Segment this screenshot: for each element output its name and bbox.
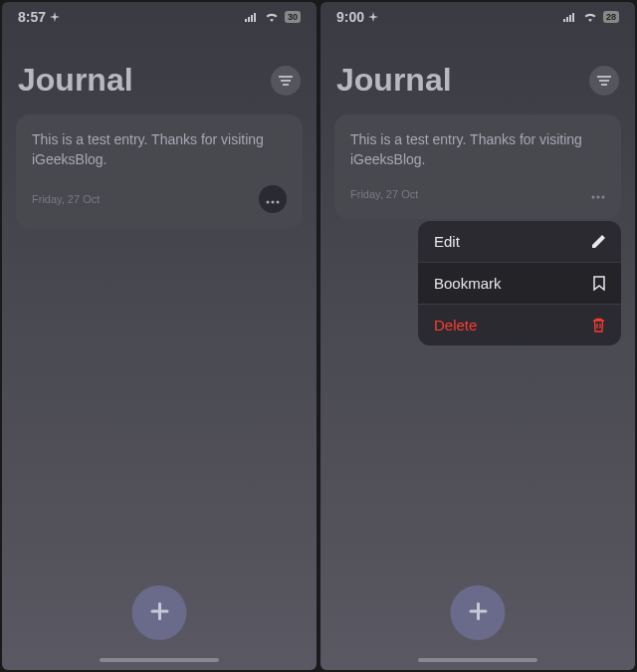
status-bar: 8:57 30 <box>2 2 317 32</box>
svg-point-9 <box>277 201 280 204</box>
svg-rect-2 <box>251 15 253 22</box>
status-time: 9:00 <box>336 9 378 25</box>
svg-rect-11 <box>150 609 168 612</box>
status-bar: 9:00 28 <box>320 2 635 32</box>
entry-text: This is a test entry. Thanks for visitin… <box>350 130 605 169</box>
status-right: 28 <box>563 11 619 23</box>
signal-icon <box>563 12 577 22</box>
svg-rect-18 <box>601 84 607 86</box>
menu-edit[interactable]: Edit <box>418 221 621 263</box>
home-indicator[interactable] <box>100 658 219 662</box>
home-indicator[interactable] <box>418 658 537 662</box>
svg-point-8 <box>272 201 275 204</box>
svg-rect-17 <box>599 80 609 82</box>
entry-footer: Friday, 27 Oct <box>32 185 287 213</box>
menu-delete[interactable]: Delete <box>418 305 621 345</box>
menu-label: Bookmark <box>434 275 502 292</box>
battery-level: 30 <box>285 11 301 23</box>
svg-rect-1 <box>248 17 250 22</box>
journal-entry-card[interactable]: This is a test entry. Thanks for visitin… <box>334 114 621 219</box>
add-entry-button[interactable] <box>451 585 506 640</box>
svg-rect-3 <box>254 13 256 22</box>
entry-text: This is a test entry. Thanks for visitin… <box>32 130 287 169</box>
plus-icon <box>147 599 171 627</box>
filter-icon <box>279 72 293 90</box>
svg-rect-14 <box>569 15 571 22</box>
menu-label: Delete <box>434 317 477 334</box>
location-icon <box>368 12 378 22</box>
wifi-icon <box>583 12 597 22</box>
more-button[interactable] <box>591 185 605 203</box>
svg-rect-16 <box>597 76 611 78</box>
time-text: 9:00 <box>336 9 364 25</box>
svg-point-21 <box>602 196 605 199</box>
entry-date: Friday, 27 Oct <box>32 193 100 205</box>
svg-rect-15 <box>572 13 574 22</box>
phone-screen-right: 9:00 28 Journal This is a test entry. Th… <box>320 2 635 670</box>
pencil-icon <box>591 235 605 249</box>
menu-label: Edit <box>434 233 460 250</box>
trash-icon <box>592 318 605 333</box>
header: Journal <box>320 32 635 114</box>
filter-button[interactable] <box>271 66 301 96</box>
svg-rect-0 <box>245 19 247 22</box>
add-entry-button[interactable] <box>132 585 187 640</box>
svg-rect-4 <box>279 76 293 78</box>
more-icon <box>591 185 605 203</box>
phone-screen-left: 8:57 30 Journal This is a test entry. Th… <box>2 2 317 670</box>
svg-rect-5 <box>281 80 291 82</box>
svg-rect-6 <box>283 84 289 86</box>
battery-level: 28 <box>603 11 619 23</box>
wifi-icon <box>265 12 279 22</box>
menu-bookmark[interactable]: Bookmark <box>418 263 621 305</box>
filter-button[interactable] <box>589 66 619 96</box>
svg-point-19 <box>592 196 595 199</box>
context-menu: Edit Bookmark Delete <box>418 221 621 345</box>
status-right: 30 <box>245 11 301 23</box>
entry-footer: Friday, 27 Oct <box>350 185 605 203</box>
plus-icon <box>466 599 490 627</box>
entry-date: Friday, 27 Oct <box>350 188 418 200</box>
journal-entry-card[interactable]: This is a test entry. Thanks for visitin… <box>16 114 303 229</box>
more-icon <box>266 190 280 208</box>
svg-rect-23 <box>469 609 487 612</box>
svg-point-20 <box>597 196 600 199</box>
svg-point-7 <box>267 201 270 204</box>
header: Journal <box>2 32 317 114</box>
bookmark-icon <box>593 276 605 291</box>
more-button[interactable] <box>259 185 287 213</box>
time-text: 8:57 <box>18 9 46 25</box>
page-title: Journal <box>18 62 133 99</box>
page-title: Journal <box>336 62 452 99</box>
status-time: 8:57 <box>18 9 60 25</box>
signal-icon <box>245 12 259 22</box>
location-icon <box>50 12 60 22</box>
svg-rect-13 <box>566 17 568 22</box>
svg-rect-12 <box>563 19 565 22</box>
filter-icon <box>597 72 611 90</box>
